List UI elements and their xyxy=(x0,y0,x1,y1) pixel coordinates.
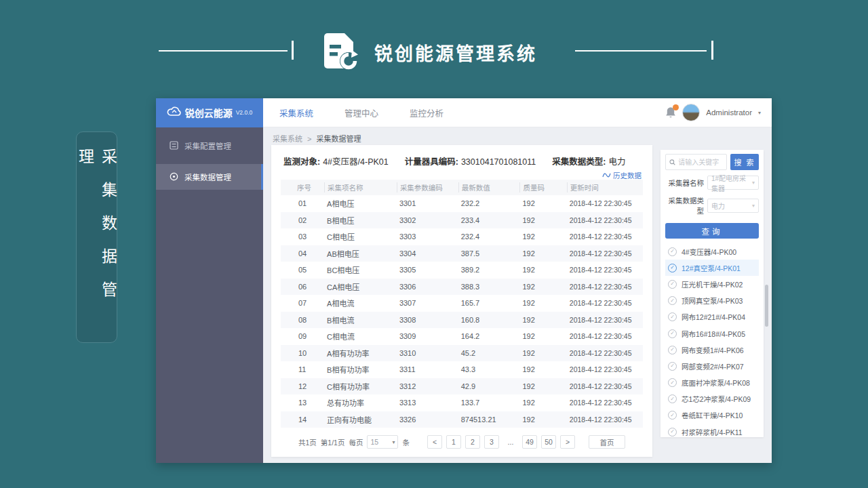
history-data-link[interactable]: 历史数据 xyxy=(602,170,642,180)
cell-latest-value: 232.2 xyxy=(458,199,520,207)
cell-no: 02 xyxy=(281,216,324,224)
cell-no: 01 xyxy=(281,199,324,207)
sidebar-item-label: 采集数据管理 xyxy=(184,171,231,182)
device-item-pk03[interactable]: ✓顶网真空泵/4-PK03 xyxy=(665,293,759,309)
cell-param-code: 3311 xyxy=(397,365,458,373)
cell-param-code: 3301 xyxy=(397,199,458,207)
app-logo: 锐创云能源 V2.0.0 xyxy=(156,98,263,127)
sidebar: 采集配置管理 采集数据管理 xyxy=(156,127,263,463)
device-item-pk06[interactable]: ✓网布变频1#/4-PK06 xyxy=(665,342,759,358)
cell-no: 13 xyxy=(281,399,324,407)
search-button[interactable]: 搜 索 xyxy=(730,154,759,170)
meter-code-value: 3301041701081011 xyxy=(461,157,536,167)
cell-latest-value: 874513.21 xyxy=(458,415,520,424)
cell-item-name: CA相电压 xyxy=(324,281,397,292)
device-item-pk05[interactable]: ✓网布16#18#/4-PK05 xyxy=(665,325,759,342)
cell-latest-value: 388.3 xyxy=(458,283,520,291)
check-circle-icon: ✓ xyxy=(668,428,677,436)
chevron-down-icon: ▾ xyxy=(752,180,755,186)
chevron-down-icon: ▾ xyxy=(392,439,395,445)
cell-update-time: 2018-4-12 22:30:45 xyxy=(567,216,643,224)
notification-bell-icon[interactable] xyxy=(665,106,676,119)
page-button-1[interactable]: 1 xyxy=(446,435,461,449)
sidebar-item-label: 采集配置管理 xyxy=(184,140,231,151)
device-item-pk07[interactable]: ✓网部变频2#/4-PK07 xyxy=(665,358,759,374)
next-page-button[interactable]: > xyxy=(560,435,575,449)
device-name: 4#变压器/4-PK00 xyxy=(682,247,736,257)
nav-collection-system[interactable]: 采集系统 xyxy=(279,106,313,119)
nav-monitor-analysis[interactable]: 监控分析 xyxy=(410,106,443,119)
target-circle-icon xyxy=(170,172,178,182)
device-name: 网部变频2#/4-PK07 xyxy=(682,361,744,371)
cell-quality-code: 192 xyxy=(519,299,566,307)
check-circle-icon: ✓ xyxy=(668,312,677,321)
cell-no: 14 xyxy=(281,415,324,424)
cell-quality-code: 192 xyxy=(519,382,566,390)
user-name[interactable]: Administrator xyxy=(706,108,752,117)
search-input[interactable] xyxy=(678,159,723,166)
cell-quality-code: 192 xyxy=(519,365,566,373)
cell-item-name: BC相电压 xyxy=(324,264,397,275)
cell-item-name: B相有功功率 xyxy=(324,364,397,375)
scrollbar-thumb[interactable] xyxy=(765,285,768,327)
cell-item-name: C相有功功率 xyxy=(324,381,397,392)
col-header-param-code: 采集参数编码 xyxy=(397,182,458,192)
banner-right-tick xyxy=(711,41,713,60)
chevron-down-icon[interactable]: ▾ xyxy=(758,110,761,116)
cell-no: 06 xyxy=(281,283,324,291)
page-button-2[interactable]: 2 xyxy=(465,435,480,449)
device-item-pk00[interactable]: ✓4#变压器/4-PK00 xyxy=(665,243,759,260)
device-item-pk10[interactable]: ✓卷纸缸干燥/4-PK10 xyxy=(665,407,759,424)
cell-param-code: 3312 xyxy=(397,382,458,390)
device-item-pk09[interactable]: ✓芯1芯2冲浆泵/4-PK09 xyxy=(665,391,759,407)
col-header-update-time: 更新时间 xyxy=(567,182,643,192)
sidebar-item-collection-data[interactable]: 采集数据管理 xyxy=(156,164,263,190)
info-bar: 监测对象:4#变压器/4-PK01 计量器具编码:330104170108101… xyxy=(271,145,652,170)
page-button-49[interactable]: 49 xyxy=(522,435,537,449)
per-page-select[interactable]: 15 ▾ xyxy=(367,435,398,449)
query-button[interactable]: 查询 xyxy=(665,223,759,239)
page-button-50[interactable]: 50 xyxy=(541,435,556,449)
device-item-pk02[interactable]: ✓压光机干燥/4-PK02 xyxy=(665,276,759,292)
sidebar-item-collection-config[interactable]: 采集配置管理 xyxy=(156,133,263,159)
device-item-pk11[interactable]: ✓衬浆碎浆机/4-PK11 xyxy=(665,424,759,440)
device-item-pk04[interactable]: ✓网布12#21#/4-PK04 xyxy=(665,309,759,325)
device-name: 卷纸缸干燥/4-PK10 xyxy=(682,410,743,420)
check-circle-icon: ✓ xyxy=(668,411,677,420)
device-item-pk01[interactable]: ✓12#真空泵/4-PK01 xyxy=(665,260,759,276)
cell-param-code: 3309 xyxy=(397,332,458,340)
banner-title: 锐创能源管理系统 xyxy=(374,39,537,66)
check-circle-icon: ✓ xyxy=(668,280,677,289)
banner-left-line xyxy=(159,50,288,52)
cell-update-time: 2018-4-12 22:30:45 xyxy=(567,332,643,340)
cell-no: 07 xyxy=(281,299,324,307)
table-row: 13 总有功功率 3313 133.7 192 2018-4-12 22:30:… xyxy=(281,394,643,411)
data-type-select[interactable]: 电力 ▾ xyxy=(707,199,759,213)
device-item-pk08[interactable]: ✓底面衬冲浆泵/4-PK08 xyxy=(665,375,759,391)
table-row: 03 C相电压 3303 232.4 192 2018-4-12 22:30:4… xyxy=(281,228,643,245)
cell-update-time: 2018-4-12 22:30:45 xyxy=(567,365,643,373)
breadcrumb-parent[interactable]: 采集系统 xyxy=(273,135,302,143)
device-name: 网布16#18#/4-PK05 xyxy=(682,329,745,339)
data-type-select-value: 电力 xyxy=(711,201,725,211)
history-data-label: 历史数据 xyxy=(613,170,642,180)
first-page-button[interactable]: 首页 xyxy=(589,435,625,449)
cell-param-code: 3313 xyxy=(397,399,458,407)
page-button-3[interactable]: 3 xyxy=(484,435,499,449)
cell-param-code: 3306 xyxy=(397,283,458,291)
device-name: 压光机干燥/4-PK02 xyxy=(682,279,743,289)
avatar[interactable] xyxy=(682,104,700,121)
top-nav: 采集系统 管理中心 监控分析 xyxy=(279,106,443,119)
col-header-quality-code: 质量码 xyxy=(519,182,566,192)
cell-item-name: A相电流 xyxy=(324,298,397,308)
cell-item-name: A相电压 xyxy=(324,198,397,209)
collector-name-value: 1#配电房采集器 xyxy=(711,173,752,193)
collector-name-select[interactable]: 1#配电房采集器 ▾ xyxy=(707,176,759,190)
prev-page-button[interactable]: < xyxy=(427,435,442,449)
current-page-text: 第1/1页 xyxy=(321,437,345,447)
search-icon xyxy=(669,159,675,166)
table-row: 12 C相有功功率 3312 42.9 192 2018-4-12 22:30:… xyxy=(281,378,643,395)
col-header-latest-value: 最新数值 xyxy=(458,182,520,192)
cell-quality-code: 192 xyxy=(519,199,566,207)
nav-management-center[interactable]: 管理中心 xyxy=(344,106,378,119)
